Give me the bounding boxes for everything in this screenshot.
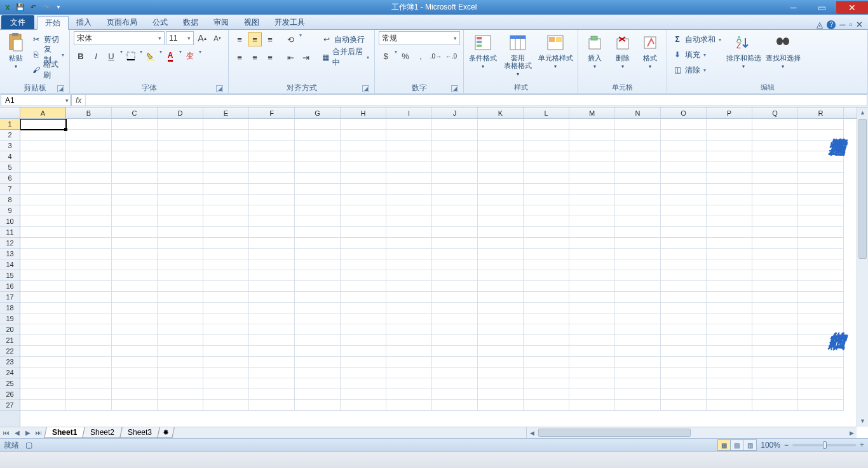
cell[interactable] <box>752 270 798 281</box>
phonetic-button[interactable]: 变 <box>183 49 197 63</box>
tab-insert[interactable]: 插入 <box>69 15 99 29</box>
cell[interactable] <box>798 227 844 238</box>
row-header[interactable]: 5 <box>0 162 20 173</box>
cell[interactable] <box>341 151 386 162</box>
cell[interactable] <box>661 141 707 151</box>
cell[interactable] <box>798 335 844 346</box>
cell[interactable] <box>295 184 341 195</box>
cell[interactable] <box>158 346 203 357</box>
cell[interactable] <box>798 141 844 151</box>
cell[interactable] <box>66 195 112 205</box>
cell[interactable] <box>661 335 707 346</box>
cell[interactable] <box>341 270 386 281</box>
cell[interactable] <box>707 346 752 357</box>
cell[interactable] <box>478 162 524 173</box>
row-header[interactable]: 22 <box>0 346 20 357</box>
cell[interactable] <box>66 303 112 313</box>
cell[interactable] <box>798 368 844 378</box>
cell[interactable] <box>158 303 203 313</box>
cell[interactable] <box>249 324 295 335</box>
cell[interactable] <box>249 368 295 378</box>
tab-data[interactable]: 数据 <box>175 15 206 29</box>
cell[interactable] <box>615 162 661 173</box>
cell[interactable] <box>707 227 752 238</box>
cell[interactable] <box>295 238 341 249</box>
cell[interactable] <box>203 238 249 249</box>
cell[interactable] <box>707 303 752 313</box>
column-header[interactable]: H <box>341 107 386 118</box>
cell[interactable] <box>66 141 112 151</box>
cell[interactable] <box>386 368 432 378</box>
cell[interactable] <box>707 400 752 411</box>
cell[interactable] <box>66 259 112 270</box>
cell[interactable] <box>386 184 432 195</box>
cell[interactable] <box>66 227 112 238</box>
cell[interactable] <box>66 389 112 400</box>
cell[interactable] <box>707 324 752 335</box>
cell[interactable] <box>798 270 844 281</box>
cell[interactable] <box>386 357 432 368</box>
column-header[interactable]: D <box>158 107 203 118</box>
cell[interactable] <box>249 162 295 173</box>
cell[interactable] <box>249 205 295 216</box>
cell[interactable] <box>798 346 844 357</box>
cell[interactable] <box>112 313 158 324</box>
cell[interactable] <box>295 313 341 324</box>
cell[interactable] <box>661 389 707 400</box>
new-sheet-button[interactable]: ✸ <box>158 427 175 438</box>
cell[interactable] <box>478 195 524 205</box>
align-middle-button[interactable]: ≡ <box>248 32 262 46</box>
cell[interactable] <box>432 346 478 357</box>
cell[interactable] <box>295 195 341 205</box>
page-layout-view-button[interactable]: ▤ <box>731 440 743 450</box>
cell[interactable] <box>295 162 341 173</box>
cell[interactable] <box>20 238 66 249</box>
cell[interactable] <box>524 130 569 141</box>
cell[interactable] <box>341 227 386 238</box>
hscroll-thumb[interactable] <box>538 429 691 437</box>
cell[interactable] <box>158 151 203 162</box>
cell[interactable] <box>66 119 112 130</box>
cell[interactable] <box>341 313 386 324</box>
cell[interactable] <box>386 195 432 205</box>
cell[interactable] <box>203 195 249 205</box>
cell[interactable] <box>203 378 249 389</box>
cell[interactable] <box>341 259 386 270</box>
cell[interactable] <box>386 119 432 130</box>
dialog-launcher-icon[interactable]: ◢ <box>216 85 223 92</box>
cell[interactable] <box>203 357 249 368</box>
cell[interactable] <box>158 389 203 400</box>
cell[interactable] <box>20 227 66 238</box>
cell[interactable] <box>707 205 752 216</box>
cell[interactable] <box>112 292 158 303</box>
cell[interactable] <box>569 335 615 346</box>
cell[interactable] <box>615 346 661 357</box>
column-header[interactable]: I <box>386 107 432 118</box>
cell[interactable] <box>478 249 524 259</box>
cell[interactable] <box>203 184 249 195</box>
cell[interactable] <box>569 238 615 249</box>
cell[interactable] <box>386 259 432 270</box>
cell[interactable] <box>798 195 844 205</box>
cell[interactable] <box>752 141 798 151</box>
cell[interactable] <box>203 227 249 238</box>
cell[interactable] <box>432 205 478 216</box>
cell[interactable] <box>295 292 341 303</box>
cell[interactable] <box>295 281 341 292</box>
cell[interactable] <box>341 162 386 173</box>
redo-icon[interactable]: ↷ <box>41 3 51 13</box>
zoom-handle[interactable] <box>823 441 827 449</box>
cell[interactable] <box>524 227 569 238</box>
cell[interactable] <box>798 130 844 141</box>
cell[interactable] <box>386 324 432 335</box>
cell[interactable] <box>707 378 752 389</box>
cell[interactable] <box>752 335 798 346</box>
cell[interactable] <box>752 238 798 249</box>
cell[interactable] <box>295 303 341 313</box>
page-break-view-button[interactable]: ▥ <box>743 440 756 450</box>
cell[interactable] <box>661 313 707 324</box>
clear-button[interactable]: ◫清除▾ <box>671 63 722 77</box>
cell[interactable] <box>203 249 249 259</box>
cell[interactable] <box>478 130 524 141</box>
cell[interactable] <box>112 249 158 259</box>
